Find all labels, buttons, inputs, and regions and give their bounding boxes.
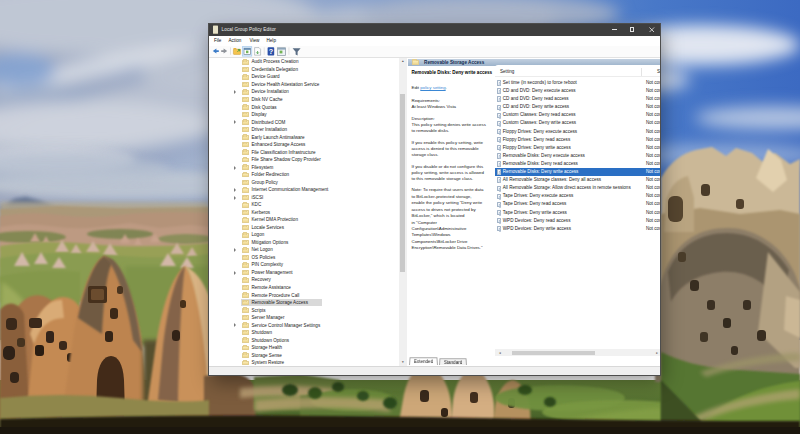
svg-text:?: ? xyxy=(269,47,273,56)
